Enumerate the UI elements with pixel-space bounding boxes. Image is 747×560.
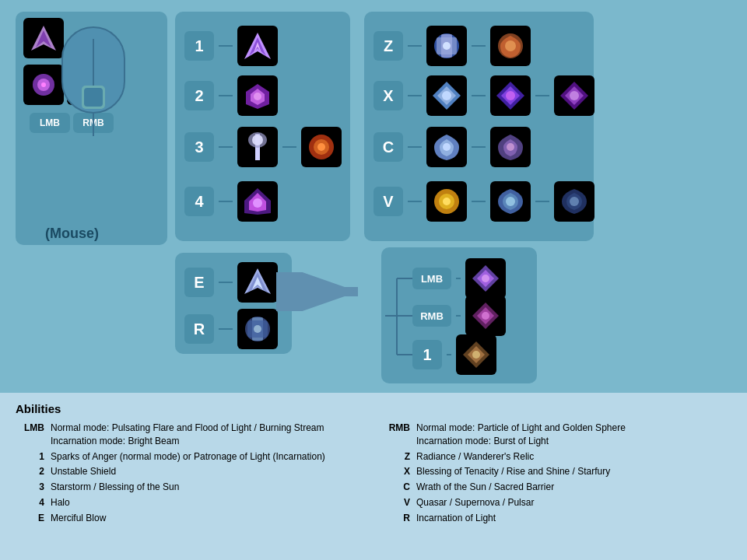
transformed-1-icon [456, 334, 496, 375]
ability-r-key: R [381, 512, 416, 525]
transformed-1-label: 1 [412, 340, 442, 369]
svg-point-36 [442, 91, 451, 100]
svg-point-69 [482, 312, 489, 320]
key-x-icon3 [554, 75, 594, 116]
abilities-right-col: RMB Normal mode: Particle of Light and G… [381, 422, 731, 527]
ability-x-desc: Blessing of Tenacity / Rise and Shine / … [416, 465, 731, 478]
transformed-lmb-label: LMB [412, 268, 451, 289]
ability-z-row: Z Radiance / Wanderer's Relic [381, 450, 731, 464]
ability-1-key: 1 [16, 450, 51, 464]
ability-4-row: 4 Halo [16, 496, 366, 509]
key-c-icon1 [426, 127, 467, 167]
key-4-label: 4 [184, 187, 214, 216]
abilities-left-col: LMB Normal mode: Pulsating Flare and Flo… [16, 422, 366, 527]
ability-rmb-row: RMB Normal mode: Particle of Light and G… [381, 422, 731, 448]
ability-c-desc: Wrath of the Sun / Sacred Barrier [416, 481, 731, 494]
key-e-label: E [184, 268, 214, 297]
svg-point-18 [254, 93, 261, 100]
abilities-section: Abilities LMB Normal mode: Pulsating Fla… [0, 393, 747, 560]
abilities-title: Abilities [16, 402, 731, 415]
er-keys-panel: E R [175, 253, 292, 354]
svg-point-66 [482, 275, 489, 282]
svg-point-21 [252, 135, 263, 145]
transformed-rmb-icon [465, 296, 506, 336]
transformed-lmb-icon [465, 258, 506, 299]
ability-v-row: V Quasar / Supernova / Pulsar [381, 496, 731, 509]
key-v-label: V [374, 187, 403, 216]
ability-2-desc: Unstable Shield [51, 465, 366, 478]
svg-point-31 [443, 42, 451, 50]
svg-rect-11 [84, 88, 103, 107]
ability-lmb-key: LMB [16, 422, 51, 448]
svg-point-49 [570, 197, 579, 206]
ability-c-row: C Wrath of the Sun / Sacred Barrier [381, 481, 731, 494]
right-keys-panel: Z X C V [364, 12, 594, 241]
ability-rmb-key: RMB [381, 422, 416, 448]
key-e-icon [237, 262, 278, 303]
key-2-icon [237, 75, 278, 116]
svg-point-56 [254, 325, 261, 333]
ability-4-desc: Halo [51, 496, 366, 509]
transformed-panel: LMB RMB 1 [381, 247, 537, 383]
ability-lmb-desc: Normal mode: Pulsating Flare and Flood o… [51, 422, 366, 448]
ability-z-desc: Radiance / Wanderer's Relic [416, 450, 731, 464]
ability-3-row: 3 Starstorm / Blessing of the Sun [16, 481, 366, 494]
key-v-icon2 [490, 181, 531, 222]
svg-point-72 [472, 351, 480, 359]
ability-x-row: X Blessing of Tenacity / Rise and Shine … [381, 465, 731, 478]
ability-c-key: C [381, 481, 416, 494]
ability-2-key: 2 [16, 465, 51, 478]
ability-3-key: 3 [16, 481, 51, 494]
ability-3-desc: Starstorm / Blessing of the Sun [51, 481, 366, 494]
key-z-label: Z [374, 31, 403, 61]
key-x-icon1 [426, 75, 467, 116]
key-x-label: X [374, 81, 403, 110]
key-2-label: 2 [184, 81, 214, 110]
key-z-icon1 [426, 26, 467, 66]
ability-4-key: 4 [16, 496, 51, 509]
ability-2-row: 2 Unstable Shield [16, 465, 366, 478]
key-1-label: 1 [184, 31, 214, 61]
ability-1-row: 1 Sparks of Anger (normal mode) or Patro… [16, 450, 366, 464]
key-v-icon1 [426, 181, 467, 222]
key-c-icon2 [490, 127, 531, 167]
mouse-label: (Mouse) [45, 226, 99, 242]
transformation-arrow [276, 272, 370, 311]
svg-point-27 [253, 198, 262, 208]
ability-x-key: X [381, 465, 416, 478]
svg-point-42 [570, 91, 579, 100]
ability-r-desc: Incarnation of Light [416, 512, 731, 525]
ability-e-key: E [16, 512, 51, 525]
key-3-label: 3 [184, 132, 214, 162]
key-4-icon [237, 181, 278, 222]
ability-e-desc: Merciful Blow [51, 512, 366, 525]
svg-point-48 [506, 197, 515, 206]
ability-e-row: E Merciful Blow [16, 512, 366, 525]
ability-v-desc: Quasar / Supernova / Pulsar [416, 496, 731, 509]
svg-point-47 [443, 198, 451, 205]
key-r-label: R [184, 314, 214, 344]
ability-v-key: V [381, 496, 416, 509]
svg-point-43 [443, 143, 451, 151]
key-v-icon3 [554, 181, 594, 222]
svg-point-44 [507, 143, 514, 151]
svg-point-39 [506, 91, 515, 100]
key-c-label: C [374, 132, 403, 162]
mouse-shape-icon [35, 23, 152, 152]
key-1-icon [237, 26, 278, 66]
key-r-icon [237, 309, 278, 349]
mouse-panel: LMB RMB (Mouse) [16, 12, 167, 245]
ability-1-desc: Sparks of Anger (normal mode) or Patrona… [51, 450, 366, 464]
key-3-alt-icon [301, 127, 342, 167]
ability-r-row: R Incarnation of Light [381, 512, 731, 525]
ability-rmb-desc: Normal mode: Particle of Light and Golde… [416, 422, 731, 448]
ability-z-key: Z [381, 450, 416, 464]
key-3-icon [237, 127, 278, 167]
ability-lmb-row: LMB Normal mode: Pulsating Flare and Flo… [16, 422, 366, 448]
svg-point-24 [317, 143, 325, 151]
key-x-icon2 [490, 75, 531, 116]
key-z-icon2 [490, 26, 531, 66]
left-keys-panel: 1 2 3 4 [175, 12, 350, 241]
svg-point-33 [505, 40, 516, 51]
transformed-rmb-label: RMB [412, 305, 451, 327]
